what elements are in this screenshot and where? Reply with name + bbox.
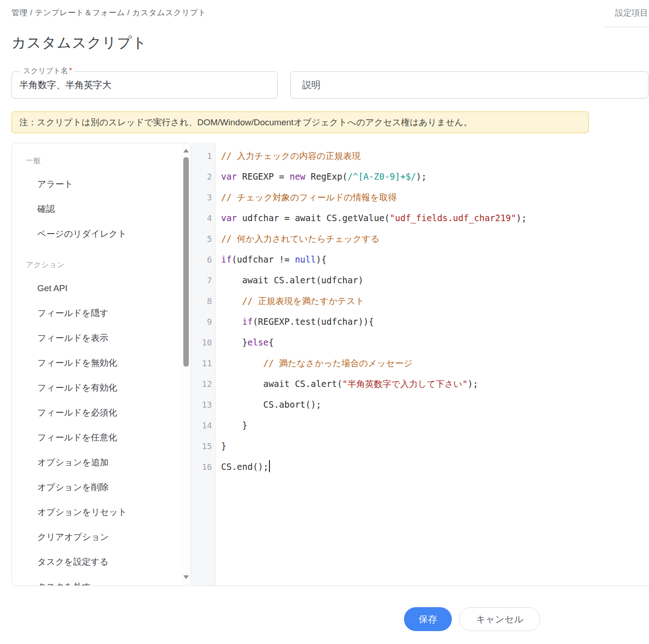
line-number: 4 (191, 208, 215, 228)
line-number: 6 (191, 249, 215, 270)
line-number: 10 (191, 332, 215, 353)
code-token-comment: // 入力チェックの内容の正規表現 (221, 151, 361, 161)
code-token-plain: } (221, 337, 247, 347)
code-token-keyword: var (221, 171, 237, 181)
code-token-plain (221, 316, 242, 327)
sidebar-item[interactable]: タスクを設定する (12, 550, 181, 574)
code-token-plain (221, 296, 242, 306)
code-editor[interactable]: 12345678910111213141516 // 入力チェックの内容の正規表… (191, 143, 649, 586)
code-token-atom: null (295, 254, 316, 264)
sidebar-item[interactable]: フィールドを必須化 (12, 400, 181, 425)
code-line[interactable]: // チェック対象のフィールドの情報を取得 (221, 187, 649, 208)
code-line[interactable]: if(udfchar != null){ (221, 249, 649, 270)
sidebar-section-header: 一般 (12, 153, 181, 168)
code-token-plain: ); (416, 171, 427, 181)
line-number: 5 (191, 228, 215, 249)
code-line[interactable]: var udfchar = await CS.getValue("udf_fie… (221, 208, 649, 228)
sidebar-item[interactable]: フィールドを表示 (12, 326, 181, 351)
code-token-plain: REGEXP = (237, 171, 289, 181)
code-line[interactable]: if(REGEXP.test(udfchar)){ (221, 311, 649, 332)
page-title: カスタムスクリプト (12, 33, 147, 53)
code-line[interactable]: // 何か入力されていたらチェックする (221, 228, 649, 249)
code-token-plain (221, 358, 263, 368)
sidebar-item[interactable]: フィールドを隠す (12, 301, 181, 326)
code-token-keyword: else (247, 337, 269, 347)
sidebar-item[interactable]: Get API (12, 276, 181, 301)
sidebar-item[interactable]: クリアオプション (12, 525, 181, 550)
sidebar-section: アクションGet APIフィールドを隠すフィールドを表示フィールドを無効化フィー… (12, 258, 181, 586)
scroll-down-icon[interactable] (183, 575, 189, 579)
line-number: 7 (191, 270, 215, 291)
code-line[interactable]: }else{ (221, 332, 649, 353)
code-token-plain: (REGEXP.test(udfchar)){ (253, 316, 374, 327)
scrollbar-thumb[interactable] (183, 157, 189, 367)
cancel-button[interactable]: キャンセル (459, 607, 540, 631)
text-cursor (269, 460, 270, 472)
code-token-plain: (udfchar != (232, 254, 295, 264)
sidebar-item[interactable]: ページのリダイレクト (12, 222, 181, 246)
line-number: 12 (191, 374, 215, 394)
code-token-keyword: if (221, 254, 232, 264)
code-token-plain: RegExp( (305, 171, 348, 181)
line-number: 8 (191, 291, 215, 311)
description-input[interactable] (291, 72, 648, 98)
code-token-comment: // チェック対象のフィールドの情報を取得 (221, 192, 397, 202)
line-number: 15 (191, 436, 215, 457)
code-token-plain: await CS.alert(udfchar) (221, 275, 363, 285)
sidebar-scrollbar[interactable] (181, 143, 191, 585)
save-button[interactable]: 保存 (404, 607, 452, 631)
line-number: 11 (191, 353, 215, 374)
line-number: 14 (191, 415, 215, 436)
code-line[interactable]: await CS.alert("半角英数字で入力して下さい"); (221, 374, 649, 394)
sidebar-item[interactable]: タスクを外す (12, 574, 181, 586)
code-token-plain: ); (516, 213, 527, 223)
custom-script-page: 管理 / テンプレート＆フォーム / カスタムスクリプト 設定項目 カスタムスク… (0, 0, 649, 644)
line-number: 2 (191, 166, 215, 187)
code-token-keyword: var (221, 213, 237, 223)
sidebar-section-header: アクション (12, 258, 181, 272)
sidebar-item[interactable]: アラート (12, 172, 181, 197)
sidebar-item[interactable]: フィールドを任意化 (12, 425, 181, 450)
description-field (290, 71, 649, 99)
code-line[interactable]: // 満たなさかった場合のメッセージ (221, 353, 649, 374)
code-token-string: "半角英数字で入力して下さい" (342, 379, 468, 389)
sidebar-item[interactable]: オプションを削除 (12, 475, 181, 500)
line-number: 13 (191, 394, 215, 415)
code-area[interactable]: // 入力チェックの内容の正規表現var REGEXP = new RegExp… (216, 143, 649, 585)
code-token-comment: // 何か入力されていたらチェックする (221, 234, 380, 244)
code-token-comment: // 満たなさかった場合のメッセージ (263, 358, 413, 368)
code-token-plain: udfchar = await CS.getValue( (237, 213, 390, 223)
sidebar-item[interactable]: 確認 (12, 197, 181, 222)
code-token-plain: } (221, 441, 226, 451)
code-line[interactable]: } (221, 415, 649, 436)
code-line[interactable]: CS.abort(); (221, 394, 649, 415)
code-line[interactable]: } (221, 436, 649, 457)
line-number: 16 (191, 457, 215, 477)
code-token-plain: ); (468, 379, 478, 389)
thread-warning-banner: 注：スクリプトは別のスレッドで実行され、DOM/Window/Documentオ… (12, 111, 589, 133)
required-asterisk: * (69, 67, 72, 75)
code-line[interactable]: var REGEXP = new RegExp(/^[A-Z0-9]+$/); (221, 166, 649, 187)
code-token-string: "udf_fields.udf_char219" (390, 213, 516, 223)
line-number: 3 (191, 187, 215, 208)
code-line[interactable]: // 正規表現を満たすかテスト (221, 291, 649, 311)
code-token-plain: CS.end(); (221, 462, 269, 472)
code-token-plain: await CS.alert( (221, 379, 342, 389)
code-line[interactable]: CS.end(); (221, 457, 649, 477)
line-number-gutter: 12345678910111213141516 (191, 143, 216, 585)
code-token-plain: ){ (316, 254, 327, 264)
code-token-keyword: if (242, 316, 253, 327)
sidebar-item[interactable]: フィールドを無効化 (12, 351, 181, 375)
breadcrumb[interactable]: 管理 / テンプレート＆フォーム / カスタムスクリプト (12, 7, 206, 18)
code-token-keyword: new (290, 171, 305, 181)
code-token-regexp: /^[A-Z0-9]+$/ (348, 171, 416, 181)
sidebar-item[interactable]: フィールドを有効化 (12, 375, 181, 400)
code-line[interactable]: // 入力チェックの内容の正規表現 (221, 146, 649, 166)
script-name-label: スクリプト名* (20, 66, 75, 76)
tab-settings-items[interactable]: 設定項目 (603, 0, 649, 27)
code-line[interactable]: await CS.alert(udfchar) (221, 270, 649, 291)
sidebar-item[interactable]: オプションをリセット (12, 500, 181, 525)
scroll-up-icon[interactable] (183, 149, 189, 152)
line-number: 1 (191, 146, 215, 166)
sidebar-item[interactable]: オプションを追加 (12, 450, 181, 475)
